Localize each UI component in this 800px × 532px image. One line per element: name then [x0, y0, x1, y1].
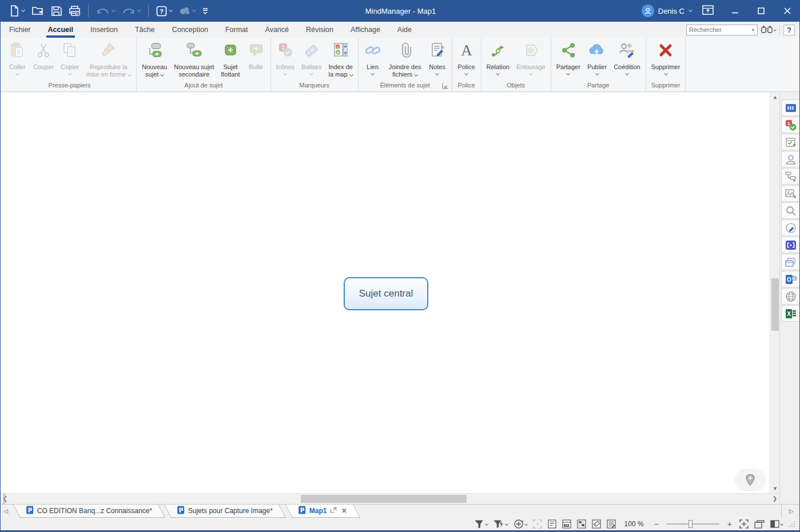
document-tab-map1[interactable]: Map1✕ — [285, 505, 360, 518]
scroll-up-icon[interactable]: ▲ — [770, 93, 780, 102]
help-button[interactable]: ? — [783, 25, 795, 35]
user-name[interactable]: Denis C — [658, 7, 684, 15]
ribbon-tab-insertion[interactable]: Insertion — [82, 22, 126, 38]
search-icon[interactable] — [781, 202, 799, 219]
fit-map-icon[interactable] — [738, 518, 750, 530]
float-window-icon[interactable] — [330, 507, 336, 515]
find-icon[interactable] — [761, 25, 776, 34]
edit-pen-icon[interactable] — [781, 219, 799, 236]
refresh-map-icon[interactable] — [512, 518, 529, 530]
horizontal-scroll-thumb[interactable] — [301, 495, 467, 503]
document-tab-sujets-pour-capture-image[interactable]: Sujets pour Capture Image* — [164, 505, 286, 518]
capture-icon[interactable] — [781, 237, 799, 253]
zoom-slider-thumb[interactable] — [688, 520, 692, 528]
ribbon-tab-format[interactable]: Format — [217, 22, 257, 38]
attach-files-icon — [396, 41, 414, 62]
button-label: Supprimer — [651, 63, 680, 71]
notes-view-icon[interactable] — [605, 518, 618, 530]
search-dropdown-icon[interactable]: ▾ — [749, 27, 757, 33]
map-library-icon[interactable] — [781, 99, 799, 116]
tab-scroll-right-icon[interactable]: ▷ — [781, 505, 800, 518]
ribbon-tab-fichier[interactable]: Fichier — [1, 22, 39, 38]
save-icon[interactable] — [48, 2, 65, 19]
filter-icon[interactable] — [473, 518, 489, 530]
user-menu-chevron-icon[interactable] — [688, 8, 692, 12]
central-topic[interactable]: Sujet central — [344, 277, 428, 310]
zoom-in-button[interactable]: + — [724, 519, 735, 529]
outlook-icon[interactable]: O — [781, 271, 799, 287]
button-label: Notes — [429, 63, 445, 71]
locate-pin-button[interactable] — [735, 469, 766, 491]
zoom-slider[interactable] — [667, 518, 719, 530]
excel-icon[interactable]: X — [781, 305, 799, 322]
ribbon-tab-avance[interactable]: Avancé — [257, 22, 297, 38]
user-avatar[interactable] — [642, 5, 654, 17]
nouveau-sujet-secondaire-button[interactable]: Nouveau sujet secondaire — [170, 39, 217, 80]
map-document-icon — [177, 506, 185, 516]
gantt-view-icon[interactable]: 24 — [560, 518, 573, 530]
vertical-scroll-thumb[interactable] — [771, 278, 779, 331]
ribbon-tab-conception[interactable]: Conception — [164, 22, 217, 38]
dialog-launcher-icon[interactable] — [442, 82, 449, 89]
scroll-down-icon[interactable]: ▼ — [770, 484, 780, 493]
help-icon[interactable]: ? — [153, 2, 175, 19]
scroll-right-icon[interactable]: ❯ — [770, 494, 779, 505]
sujet-flottant-button[interactable]: Sujet flottant — [218, 39, 244, 80]
split-view-icon[interactable] — [769, 518, 785, 530]
partager-button[interactable]: Partager — [553, 39, 584, 80]
supprimer-button[interactable]: Supprimer — [648, 39, 684, 80]
index-de-la-map-button[interactable]: 1Index de la map — [325, 39, 356, 80]
outline-view-icon[interactable] — [546, 518, 558, 530]
relation-button[interactable]: Relation — [483, 39, 513, 80]
resources-icon[interactable] — [781, 151, 799, 167]
nouveau-sujet-button[interactable]: Nouveau sujet — [138, 39, 170, 80]
ribbon-tab-accueil[interactable]: Accueil — [39, 22, 82, 38]
ribbon-group-ajout-de-sujet: Nouveau sujetNouveau sujet secondaireSuj… — [137, 38, 270, 91]
search-input[interactable] — [687, 26, 749, 33]
notes-button[interactable]: Notes — [425, 39, 450, 80]
windows-icon[interactable] — [781, 254, 799, 270]
schedule-view-icon[interactable] — [575, 518, 588, 530]
tab-scroll-left-icon[interactable]: ◁ — [1, 505, 11, 518]
print-icon[interactable] — [66, 2, 83, 19]
presentation-icon[interactable] — [753, 518, 766, 530]
ribbon-tab-revision[interactable]: Révision — [297, 22, 342, 38]
publier-button[interactable]: Publier — [584, 39, 610, 80]
coedition-button[interactable]: Coédition — [610, 39, 643, 80]
ribbon-display-options-icon[interactable] — [702, 5, 714, 17]
icon-markers-icon[interactable]: 1 — [781, 117, 799, 133]
customize-quick-access-toolbar-icon[interactable] — [200, 2, 211, 19]
minimize-button[interactable] — [722, 0, 748, 22]
joindre-des-fichiers-button[interactable]: Joindre des fichiers — [385, 39, 425, 80]
zoom-out-button[interactable]: − — [651, 519, 662, 529]
maximize-button[interactable] — [748, 0, 774, 22]
quick-access-toolbar: ? — [1, 2, 211, 19]
document-tab-label: CO EDITION Banq...z Connaissance* — [37, 507, 152, 515]
web-icon[interactable] — [781, 288, 799, 305]
qat-separator — [148, 5, 149, 17]
ribbon-group-objets: RelationEntourageObjets — [481, 38, 551, 91]
ribbon-tab-tache[interactable]: Tâche — [126, 22, 164, 38]
search-box[interactable]: ▾ — [686, 25, 758, 35]
tag-view-icon[interactable] — [590, 518, 603, 530]
map-parts-icon[interactable] — [781, 168, 799, 185]
police-button[interactable]: APolice — [454, 39, 479, 80]
button-label: Lien — [367, 63, 379, 71]
new-document-icon[interactable] — [6, 2, 27, 19]
close-button[interactable] — [774, 0, 800, 22]
images-icon[interactable] — [781, 185, 799, 202]
statusbar: 24 100 % − + — [1, 518, 800, 530]
ribbon-tab-affichage[interactable]: Affichage — [342, 22, 389, 38]
document-tab-co-edition-banq-z-connaissance[interactable]: CO EDITION Banq...z Connaissance* — [13, 505, 166, 518]
lien-button[interactable]: Lien — [360, 39, 385, 80]
power-filter-icon[interactable] — [492, 518, 510, 530]
horizontal-scrollbar[interactable]: ❮ ❯ — [1, 493, 779, 504]
scroll-left-icon[interactable]: ❮ — [1, 494, 10, 505]
close-tab-icon[interactable]: ✕ — [341, 507, 347, 515]
task-info-icon[interactable] — [781, 134, 799, 150]
open-file-icon[interactable] — [29, 2, 47, 19]
vertical-scrollbar[interactable]: ▲ ▼ — [770, 93, 779, 493]
resize-grip[interactable] — [787, 518, 797, 530]
ribbon-tab-aide[interactable]: Aide — [389, 22, 420, 38]
map-canvas[interactable]: Sujet central — [1, 93, 770, 493]
